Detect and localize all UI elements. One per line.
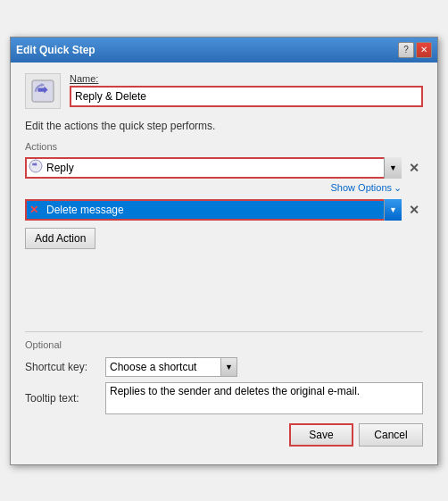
show-options-link[interactable]: Show Options ⌄ (331, 182, 402, 194)
spacer (25, 256, 423, 328)
shortcut-label: Shortcut key: (25, 361, 105, 373)
delete-dropdown-arrow[interactable]: ▼ (384, 199, 402, 221)
footer-row: Save Cancel (25, 423, 423, 454)
tooltip-text-row: Tooltip text: (25, 382, 423, 414)
tooltip-label: Tooltip text: (25, 392, 105, 405)
optional-section: Optional Shortcut key: Choose a shortcut… (25, 331, 423, 454)
reply-dropdown-arrow[interactable]: ▼ (384, 157, 402, 179)
shortcut-select[interactable]: Choose a shortcut (105, 357, 221, 377)
shortcut-key-row: Shortcut key: Choose a shortcut ▼ (25, 357, 423, 377)
shortcut-dropdown-arrow[interactable]: ▼ (221, 357, 237, 377)
delete-select-wrapper: ✕ Delete message ▼ (25, 199, 402, 221)
quick-step-icon (25, 73, 61, 109)
window-title: Edit Quick Step (16, 44, 95, 56)
help-button[interactable]: ? (398, 42, 414, 58)
edit-quick-step-window: Edit Quick Step ? ✕ Name: (10, 37, 438, 465)
name-label-group: Name: (70, 73, 423, 107)
reply-remove-button[interactable]: ✕ (405, 157, 423, 179)
name-section: Name: (25, 73, 423, 109)
cancel-button[interactable]: Cancel (359, 423, 423, 447)
show-options-chevron: ⌄ (394, 182, 402, 194)
name-field-label: Name: (70, 73, 423, 84)
actions-label: Actions (25, 141, 423, 152)
reply-select-wrapper: Reply ▼ (25, 157, 402, 179)
save-button[interactable]: Save (289, 423, 353, 447)
quick-step-svg-icon (30, 79, 55, 104)
reply-action-select[interactable]: Reply (25, 157, 402, 179)
delete-action-select[interactable]: Delete message (25, 199, 402, 221)
shortcut-wrapper: Choose a shortcut ▼ (105, 357, 237, 377)
reply-action-row: Reply ▼ ✕ (25, 157, 423, 179)
title-bar-controls: ? ✕ (398, 42, 432, 58)
title-bar: Edit Quick Step ? ✕ (11, 38, 437, 63)
optional-label: Optional (25, 339, 423, 350)
tooltip-textarea[interactable] (105, 382, 423, 414)
description-text: Edit the actions the quick step performs… (25, 120, 423, 132)
show-options-row: Show Options ⌄ (25, 182, 423, 194)
name-input[interactable] (70, 86, 423, 107)
delete-remove-button[interactable]: ✕ (405, 199, 423, 221)
close-button[interactable]: ✕ (416, 42, 432, 58)
delete-action-row: ✕ Delete message ▼ ✕ (25, 199, 423, 221)
dialog-content: Name: Edit the actions the quick step pe… (11, 63, 437, 464)
actions-section: Actions Reply ▼ ✕ (25, 141, 423, 249)
add-action-button[interactable]: Add Action (25, 228, 95, 249)
